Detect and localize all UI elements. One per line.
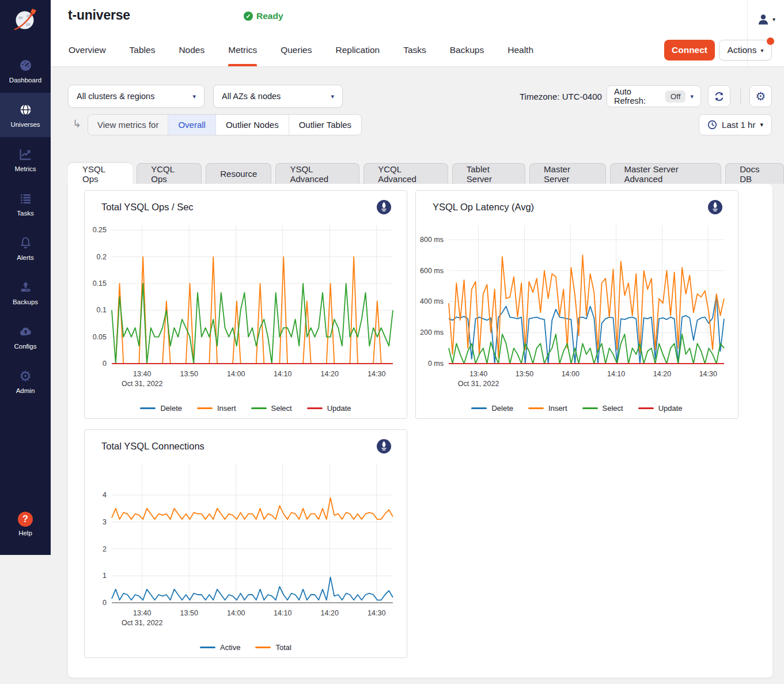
metrics-icon (18, 147, 33, 162)
sidebar-item-backups[interactable]: Backups (0, 270, 51, 315)
refresh-button[interactable] (708, 85, 730, 107)
chart-canvas[interactable]: 13:40Oct 31, 202213:5014:0014:1014:2014:… (85, 222, 407, 390)
chart-canvas[interactable]: 13:40Oct 31, 202213:5014:0014:1014:2014:… (85, 462, 407, 629)
metric-tab-tablet-server[interactable]: Tablet Server (452, 163, 525, 184)
sub-level-arrow-icon: ↳ (73, 118, 81, 130)
metric-category-tabs: YSQL OpsYCQL OpsResourceYSQL AdvancedYCQ… (68, 163, 784, 184)
sidebar-item-metrics[interactable]: Metrics (0, 137, 51, 182)
header: t-universe ✓ Ready OverviewTablesNodesMe… (51, 0, 784, 67)
svg-text:14:20: 14:20 (321, 370, 339, 378)
chevron-down-icon: ▾ (331, 93, 334, 100)
rocket-planet-icon (10, 4, 40, 36)
view-option-overall[interactable]: Overall (168, 115, 215, 135)
metrics-settings-button[interactable]: ⚙ (749, 85, 772, 107)
tab-backups[interactable]: Backups (450, 34, 484, 66)
legend-item-select[interactable]: Select (251, 404, 292, 413)
legend-swatch (251, 407, 267, 409)
tab-nodes[interactable]: Nodes (179, 34, 204, 66)
sidebar-item-dashboard[interactable]: Dashboard (0, 48, 51, 93)
svg-text:14:10: 14:10 (607, 370, 625, 378)
view-option-outlier-nodes[interactable]: Outlier Nodes (215, 115, 289, 135)
svg-text:3: 3 (103, 518, 107, 526)
tab-replication[interactable]: Replication (335, 34, 380, 66)
clusters-regions-value: All clusters & regions (77, 92, 154, 101)
metric-tab-ysql-ops[interactable]: YSQL Ops (68, 163, 132, 184)
prometheus-icon[interactable] (708, 200, 722, 214)
azs-nodes-select[interactable]: All AZs & nodes ▾ (213, 85, 343, 108)
charts-panel: Total YSQL Ops / Sec 13:40Oct 31, 202213… (68, 184, 772, 678)
tab-queries[interactable]: Queries (281, 34, 312, 66)
divider (740, 89, 741, 104)
metric-tab-resource[interactable]: Resource (206, 163, 271, 184)
app-logo[interactable] (0, 0, 51, 48)
svg-text:14:20: 14:20 (321, 609, 339, 617)
connect-button[interactable]: Connect (664, 40, 715, 61)
tab-tasks[interactable]: Tasks (403, 34, 426, 66)
svg-text:13:40: 13:40 (469, 370, 487, 378)
metric-tab-master-server[interactable]: Master Server (529, 163, 605, 184)
chart-card-total-ysql-ops: Total YSQL Ops / Sec 13:40Oct 31, 202213… (84, 190, 407, 419)
view-option-outlier-tables[interactable]: Outlier Tables (289, 115, 361, 135)
legend-item-delete[interactable]: Delete (140, 404, 182, 413)
legend-label: Select (603, 404, 623, 413)
auto-refresh-label: Auto Refresh: (614, 87, 661, 105)
time-range-button[interactable]: Last 1 hr ▾ (699, 114, 772, 135)
chart-canvas[interactable]: 13:40Oct 31, 202213:5014:0014:1014:2014:… (416, 222, 738, 390)
view-metrics-options: OverallOutlier NodesOutlier Tables (168, 115, 361, 135)
chevron-down-icon: ▾ (772, 16, 775, 22)
sidebar-item-help[interactable]: ? Help (0, 512, 51, 536)
sidebar-item-label: Help (18, 530, 32, 536)
legend-label: Insert (217, 404, 236, 413)
sidebar-nav: DashboardUniversesMetricsTasksAlertsBack… (0, 48, 51, 403)
svg-text:2: 2 (103, 545, 107, 553)
legend-item-update[interactable]: Update (307, 404, 351, 413)
legend-item-total[interactable]: Total (255, 643, 291, 652)
legend-swatch (528, 407, 544, 409)
tab-metrics[interactable]: Metrics (228, 34, 257, 66)
chart-card-ysql-op-latency: YSQL Op Latency (Avg) 13:40Oct 31, 20221… (415, 190, 738, 419)
legend-item-update[interactable]: Update (638, 404, 683, 413)
svg-text:14:10: 14:10 (274, 370, 291, 378)
sidebar-item-universes[interactable]: Universes (0, 93, 51, 137)
tab-tables[interactable]: Tables (130, 34, 156, 66)
legend-label: Delete (160, 404, 182, 413)
dashboard-icon (18, 58, 33, 73)
legend-item-insert[interactable]: Insert (197, 404, 236, 413)
sidebar-item-admin[interactable]: ⚙Admin (0, 359, 51, 403)
svg-text:0 ms: 0 ms (428, 360, 444, 368)
configs-icon (18, 324, 33, 339)
sidebar: DashboardUniversesMetricsTasksAlertsBack… (0, 0, 51, 555)
sidebar-item-label: Dashboard (9, 77, 41, 84)
svg-text:14:10: 14:10 (274, 609, 291, 617)
metric-tab-docs-db[interactable]: Docs DB (725, 163, 784, 184)
svg-text:Oct 31, 2022: Oct 31, 2022 (458, 380, 499, 388)
metric-tab-master-server-advanced[interactable]: Master Server Advanced (610, 163, 722, 184)
legend-label: Update (327, 404, 351, 413)
legend-item-insert[interactable]: Insert (528, 404, 567, 413)
clusters-regions-select[interactable]: All clusters & regions ▾ (68, 85, 204, 108)
sidebar-item-tasks[interactable]: Tasks (0, 182, 51, 226)
legend-swatch (471, 407, 487, 409)
user-menu[interactable]: ▾ (747, 0, 784, 66)
metric-tab-ysql-advanced[interactable]: YSQL Advanced (275, 163, 359, 184)
gear-icon: ⚙ (756, 89, 766, 103)
alerts-icon (18, 236, 33, 251)
svg-text:200 ms: 200 ms (420, 328, 444, 337)
svg-text:0.15: 0.15 (93, 279, 107, 288)
legend-item-delete[interactable]: Delete (471, 404, 513, 413)
tab-overview[interactable]: Overview (69, 34, 106, 66)
legend-item-active[interactable]: Active (200, 643, 240, 652)
chart-card-total-ysql-connections: Total YSQL Connections 13:40Oct 31, 2022… (84, 429, 407, 658)
prometheus-icon[interactable] (377, 200, 391, 214)
sidebar-item-alerts[interactable]: Alerts (0, 226, 51, 270)
sidebar-item-configs[interactable]: Configs (0, 315, 51, 359)
chart-legend: ActiveTotal (85, 643, 407, 652)
chart-legend: DeleteInsertSelectUpdate (85, 404, 407, 413)
legend-item-select[interactable]: Select (582, 404, 623, 413)
auto-refresh-control[interactable]: Auto Refresh: Off ▾ (607, 85, 701, 107)
tab-health[interactable]: Health (507, 34, 533, 66)
view-metrics-for-group: View metrics for OverallOutlier NodesOut… (88, 114, 362, 135)
prometheus-icon[interactable] (377, 439, 391, 454)
metric-tab-ycql-ops[interactable]: YCQL Ops (137, 163, 202, 184)
metric-tab-ycql-advanced[interactable]: YCQL Advanced (363, 163, 448, 184)
